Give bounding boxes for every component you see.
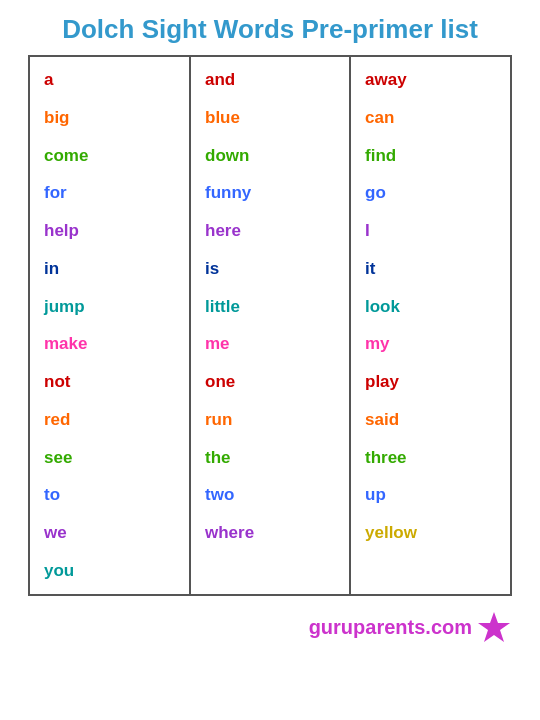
- word-cell: three: [365, 443, 496, 473]
- footer: guruparents.com: [0, 596, 540, 646]
- table-row: jumplittlelook: [30, 288, 510, 326]
- table-row: forfunnygo: [30, 174, 510, 212]
- table-row: you: [30, 552, 510, 594]
- word-cell: make: [44, 329, 175, 359]
- word-cell: my: [365, 329, 496, 359]
- word-cell: and: [205, 65, 335, 95]
- svg-marker-0: [478, 612, 510, 642]
- word-cell: we: [44, 518, 175, 548]
- table-row: helphereI: [30, 212, 510, 250]
- word-cell: down: [205, 141, 335, 171]
- word-cell: one: [205, 367, 335, 397]
- word-cell: said: [365, 405, 496, 435]
- table-row: comedownfind: [30, 137, 510, 175]
- word-cell: little: [205, 292, 335, 322]
- word-cell: not: [44, 367, 175, 397]
- word-cell: big: [44, 103, 175, 133]
- word-cell: for: [44, 178, 175, 208]
- page-title: Dolch Sight Words Pre-primer list: [0, 0, 540, 55]
- word-cell: find: [365, 141, 496, 171]
- word-cell: where: [205, 518, 335, 548]
- word-cell: help: [44, 216, 175, 246]
- word-cell: play: [365, 367, 496, 397]
- word-cell: me: [205, 329, 335, 359]
- word-cell: look: [365, 292, 496, 322]
- word-cell: to: [44, 480, 175, 510]
- word-cell: you: [44, 556, 175, 586]
- table-row: makememy: [30, 325, 510, 363]
- word-cell: can: [365, 103, 496, 133]
- table-row: inisit: [30, 250, 510, 288]
- table-row: redrunsaid: [30, 401, 510, 439]
- word-cell: the: [205, 443, 335, 473]
- word-cell: here: [205, 216, 335, 246]
- word-cell: red: [44, 405, 175, 435]
- word-table-container: aandawaybigbluecancomedownfindforfunnygo…: [28, 55, 512, 596]
- word-cell: two: [205, 480, 335, 510]
- word-cell: funny: [205, 178, 335, 208]
- word-cell: yellow: [365, 518, 496, 548]
- word-cell: it: [365, 254, 496, 284]
- footer-text: guruparents.com: [309, 616, 472, 639]
- table-row: aandaway: [30, 57, 510, 99]
- word-cell: away: [365, 65, 496, 95]
- word-cell: is: [205, 254, 335, 284]
- word-cell: see: [44, 443, 175, 473]
- table-row: wewhereyellow: [30, 514, 510, 552]
- word-cell: in: [44, 254, 175, 284]
- table-row: totwoup: [30, 476, 510, 514]
- table-row: notoneplay: [30, 363, 510, 401]
- star-icon: [476, 610, 512, 646]
- table-row: bigbluecan: [30, 99, 510, 137]
- word-cell: up: [365, 480, 496, 510]
- word-cell: I: [365, 216, 496, 246]
- table-row: seethethree: [30, 439, 510, 477]
- word-cell: a: [44, 65, 175, 95]
- word-cell: blue: [205, 103, 335, 133]
- word-cell: jump: [44, 292, 175, 322]
- word-cell: go: [365, 178, 496, 208]
- word-cell: come: [44, 141, 175, 171]
- word-cell: run: [205, 405, 335, 435]
- word-table: aandawaybigbluecancomedownfindforfunnygo…: [30, 57, 510, 594]
